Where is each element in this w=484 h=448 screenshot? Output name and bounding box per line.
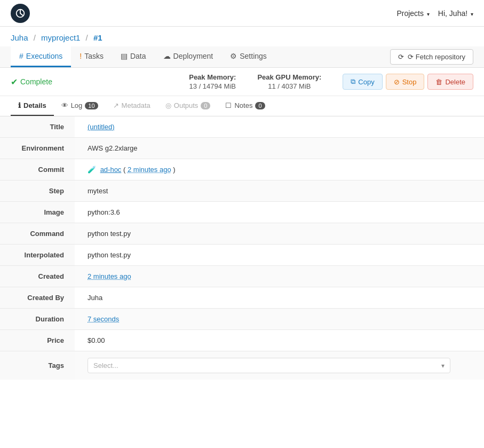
sub-tab-details[interactable]: ℹ Details (11, 96, 54, 116)
commit-value: 🧪 ad-hoc ( 2 minutes ago ) (75, 159, 484, 180)
tags-select[interactable]: Select... ▾ (88, 358, 450, 373)
sub-tabs-bar: ℹ Details 👁 Log 10 ↗ Metadata ◎ Outputs … (0, 96, 484, 116)
table-row: Tags Select... ▾ (0, 351, 484, 380)
breadcrumb: Juha / myproject1 / #1 (0, 27, 484, 46)
table-row: Environment AWS g2.2xlarge (0, 138, 484, 159)
tab-data[interactable]: ▤ Data (112, 46, 155, 67)
tags-dropdown-icon: ▾ (441, 362, 445, 370)
title-value: (untitled) (75, 116, 484, 138)
command-value: python test.py (75, 223, 484, 245)
peak-gpu-memory-block: Peak GPU Memory: 11 / 4037 MiB (257, 73, 321, 90)
sub-tab-outputs: ◎ Outputs 0 (158, 96, 218, 116)
sub-tab-metadata: ↗ Metadata (106, 96, 158, 116)
environment-value: AWS g2.2xlarge (75, 138, 484, 159)
details-content: Title (untitled) Environment AWS g2.2xla… (0, 116, 484, 380)
delete-button[interactable]: 🗑 Delete (427, 74, 473, 90)
check-icon: ✔ (11, 77, 18, 87)
memory-info: Peak Memory: 13 / 14794 MiB Peak GPU Mem… (189, 73, 321, 90)
table-row: Title (untitled) (0, 116, 484, 138)
stop-button[interactable]: ⊘ Stop (386, 74, 425, 90)
navbar: Projects ▾ Hi, Juha! ▾ (0, 0, 484, 27)
price-label: Price (0, 330, 75, 351)
tab-settings[interactable]: ⚙ Settings (221, 46, 275, 67)
navbar-right: Projects ▾ Hi, Juha! ▾ (396, 9, 473, 18)
table-row: Command python test.py (0, 223, 484, 245)
peak-memory-label: Peak Memory: (189, 73, 236, 81)
table-row: Interpolated python test.py (0, 245, 484, 266)
tags-placeholder: Select... (93, 361, 118, 370)
title-label: Title (0, 116, 75, 138)
data-icon: ▤ (121, 52, 128, 60)
tabs-right: ⟳ ⟳ Fetch repository (390, 49, 473, 65)
interpolated-label: Interpolated (0, 245, 75, 266)
deployment-icon: ☁ (163, 52, 171, 60)
environment-label: Environment (0, 138, 75, 159)
commit-space: ( (123, 166, 125, 174)
settings-icon: ⚙ (230, 52, 237, 60)
projects-link[interactable]: Projects ▾ (396, 9, 429, 18)
table-row: Image python:3.6 (0, 202, 484, 223)
tags-label: Tags (0, 351, 75, 380)
status-complete: ✔ Complete (11, 77, 52, 87)
tags-cell: Select... ▾ (75, 351, 484, 380)
projects-dropdown-icon: ▾ (427, 11, 430, 17)
user-menu[interactable]: Hi, Juha! ▾ (438, 9, 473, 18)
created-by-label: Created By (0, 287, 75, 309)
logo[interactable] (11, 4, 30, 23)
details-icon: ℹ (18, 101, 21, 109)
user-dropdown-icon: ▾ (471, 11, 473, 17)
copy-icon: ⧉ (351, 77, 355, 86)
table-row: Duration 7 seconds (0, 309, 484, 330)
log-icon: 👁 (61, 101, 68, 109)
table-row: Price $0.00 (0, 330, 484, 351)
outputs-badge: 0 (201, 102, 210, 109)
peak-gpu-memory-value: 11 / 4037 MiB (268, 82, 311, 90)
step-value: mytest (75, 180, 484, 202)
breadcrumb-project[interactable]: myproject1 (41, 33, 80, 42)
tab-tasks[interactable]: ! Tasks (71, 46, 112, 67)
image-label: Image (0, 202, 75, 223)
main-tabs-bar: # Executions ! Tasks ▤ Data ☁ Deployment… (0, 46, 484, 68)
fetch-repository-button[interactable]: ⟳ ⟳ Fetch repository (390, 49, 473, 65)
table-row: Created By Juha (0, 287, 484, 309)
copy-button[interactable]: ⧉ Copy (343, 74, 382, 90)
logo-icon (11, 4, 30, 23)
breadcrumb-separator-2: / (86, 33, 88, 42)
created-label: Created (0, 266, 75, 287)
sub-tab-notes[interactable]: ☐ Notes 0 (218, 96, 272, 116)
breadcrumb-user[interactable]: Juha (11, 33, 28, 42)
delete-icon: 🗑 (435, 78, 442, 86)
tab-deployment[interactable]: ☁ Deployment (155, 46, 222, 67)
price-value: $0.00 (75, 330, 484, 351)
stop-icon: ⊘ (394, 78, 400, 86)
sub-tab-log[interactable]: 👁 Log 10 (54, 96, 106, 116)
command-label: Command (0, 223, 75, 245)
commit-adhoc-link[interactable]: ad-hoc (100, 166, 122, 174)
commit-label: Commit (0, 159, 75, 180)
executions-icon: # (19, 52, 23, 60)
image-value: python:3.6 (75, 202, 484, 223)
metadata-icon: ↗ (113, 101, 119, 109)
interpolated-value: python test.py (75, 245, 484, 266)
created-time-link[interactable]: 2 minutes ago (88, 272, 131, 280)
outputs-icon: ◎ (165, 101, 171, 109)
status-bar: ✔ Complete Peak Memory: 13 / 14794 MiB P… (0, 68, 484, 96)
breadcrumb-separator-1: / (34, 33, 36, 42)
table-row: Step mytest (0, 180, 484, 202)
breadcrumb-run: #1 (93, 33, 102, 42)
tasks-icon: ! (80, 52, 82, 60)
action-buttons: ⧉ Copy ⊘ Stop 🗑 Delete (343, 74, 473, 90)
duration-value: 7 seconds (75, 309, 484, 330)
duration-link[interactable]: 7 seconds (88, 315, 119, 323)
title-link[interactable]: (untitled) (88, 123, 115, 131)
commit-close-paren: ) (173, 166, 175, 174)
fetch-icon: ⟳ (398, 53, 404, 61)
created-by-value: Juha (75, 287, 484, 309)
created-value: 2 minutes ago (75, 266, 484, 287)
commit-time-link[interactable]: 2 minutes ago (128, 166, 171, 174)
status-label: Complete (20, 77, 52, 86)
step-label: Step (0, 180, 75, 202)
notes-icon: ☐ (225, 101, 232, 109)
commit-adhoc-icon: 🧪 (88, 166, 96, 174)
tab-executions[interactable]: # Executions (11, 46, 71, 67)
